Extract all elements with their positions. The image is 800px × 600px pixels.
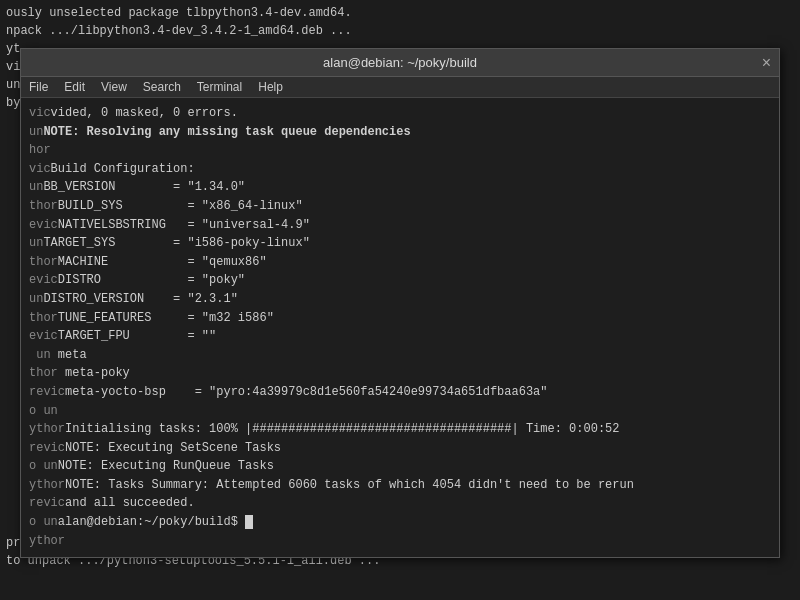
bg-line-1: ously unselected package tlbpython3.4-de… [6,4,794,22]
title-bar: alan@debian: ~/poky/build × [21,49,779,77]
terminal-line-21: ythorNOTE: Tasks Summary: Attempted 6060… [29,476,771,495]
bg-line-2: npack .../libpython3.4-dev_3.4.2-1_amd64… [6,22,794,40]
terminal-line-3: hor [29,141,771,160]
terminal-line-6: thorBUILD_SYS = "x86_64-linux" [29,197,771,216]
terminal-line-7: evicNATIVELSBSTRING = "universal-4.9" [29,216,771,235]
terminal-line-13: evicTARGET_FPU = "" [29,327,771,346]
cursor-block [245,515,253,529]
menu-view[interactable]: View [101,80,127,94]
menu-search[interactable]: Search [143,80,181,94]
terminal-line-19: revicNOTE: Executing SetScene Tasks [29,439,771,458]
terminal-line-22: revicand all succeeded. [29,494,771,513]
terminal-line-17: o un [29,402,771,421]
terminal-line-16: revicmeta-yocto-bsp = "pyro:4a39979c8d1e… [29,383,771,402]
terminal-line-10: evicDISTRO = "poky" [29,271,771,290]
terminal-line-4: vicBuild Configuration: [29,160,771,179]
menu-edit[interactable]: Edit [64,80,85,94]
terminal-body[interactable]: vicvided, 0 masked, 0 errors. unNOTE: Re… [21,98,779,557]
close-button[interactable]: × [762,54,771,72]
menu-terminal[interactable]: Terminal [197,80,242,94]
terminal-line-5: unBB_VERSION = "1.34.0" [29,178,771,197]
terminal-line-24: ythor [29,532,771,551]
terminal-line-14: un meta [29,346,771,365]
menu-file[interactable]: File [29,80,48,94]
terminal-line-20: o unNOTE: Executing RunQueue Tasks [29,457,771,476]
terminal-line-9: thorMACHINE = "qemux86" [29,253,771,272]
menu-help[interactable]: Help [258,80,283,94]
terminal-line-18: ythorInitialising tasks: 100% |#########… [29,420,771,439]
terminal-line-8: unTARGET_SYS = "i586-poky-linux" [29,234,771,253]
terminal-line-2: unNOTE: Resolving any missing task queue… [29,123,771,142]
terminal-line-15: thor meta-poky [29,364,771,383]
window-title: alan@debian: ~/poky/build [323,55,477,70]
terminal-line-11: unDISTRO_VERSION = "2.3.1" [29,290,771,309]
terminal-line-23: o unalan@debian:~/poky/build$ [29,513,771,532]
terminal-line-1: vicvided, 0 masked, 0 errors. [29,104,771,123]
terminal-line-12: thorTUNE_FEATURES = "m32 i586" [29,309,771,328]
menu-bar: File Edit View Search Terminal Help [21,77,779,98]
terminal-window: alan@debian: ~/poky/build × File Edit Vi… [20,48,780,558]
